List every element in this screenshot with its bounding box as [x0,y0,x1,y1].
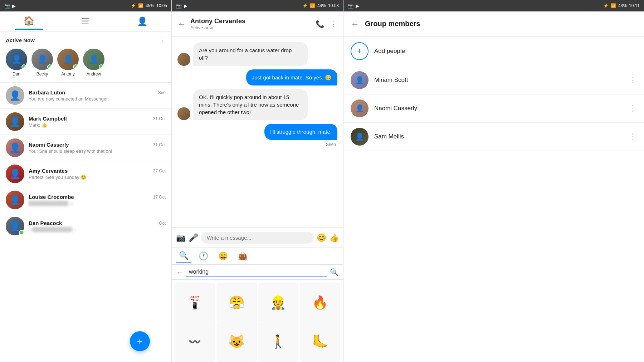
active-now-more[interactable]: ⋮ [158,36,166,44]
sticker-tab-bag[interactable]: 👜 [235,250,250,262]
status-bar-middle: 📷 ▶ ⚡ 📶 44% 10:08 [172,0,343,11]
chat-more-icon[interactable]: ⋮ [330,20,337,28]
msg-bubble-2: Just got back in mate. So yes. 😊 [246,69,337,85]
conv-item-mark[interactable]: 👤 Mark Campbell 31 Oct Mark: 👍 [0,109,171,135]
avatar-circle-antony: 👤 [57,49,79,70]
conv-name-row-louise: Louise Crocombe 17 Oct [29,194,166,200]
conv-name-row-mark: Mark Campbell 31 Oct [29,116,166,122]
member-avatar-miriam: 👤 [351,71,369,89]
sticker-feet[interactable]: 🦶 [300,322,340,362]
avatar-sam-icon: 👤 [355,132,364,141]
avatar-image-andrew: 👤 [89,55,99,64]
conv-avatar-louise: 👤 [6,191,24,209]
member-more-miriam[interactable]: ⋮ [629,75,637,85]
bluetooth-mid: ⚡ [302,3,308,8]
sticker-back-button[interactable]: ← [176,268,183,277]
wifi-right: 📶 [611,3,616,8]
avatar-name-antony: Antony [61,72,74,77]
group-members-title: Group members [365,20,420,28]
member-more-naomi-r[interactable]: ⋮ [629,104,637,113]
conv-name-mark: Mark Campbell [29,116,67,122]
sticker-feet-emoji: 🦶 [312,334,328,349]
conv-item-amy[interactable]: 👤 Amy Cervantes 27 Oct Perfect. See you … [0,161,171,187]
sticker-tab-search[interactable]: 🔍 [176,250,191,263]
thumb-up-icon[interactable]: 👍 [329,233,339,243]
right-panel: 📷 ▶ ⚡ 📶 43% 10:11 ← Group members + Add … [343,0,644,362]
member-name-miriam: Miriam Scott [374,77,623,84]
msg-row-2: Just got back in mate. So yes. 😊 [177,69,337,85]
nav-home[interactable]: 🏠 [15,13,43,30]
emoji-icon[interactable]: 😊 [317,233,326,243]
sticker-cant-talk[interactable]: CAN'TTALK 📱 [175,283,215,323]
conv-time-barbara: Sun [158,90,166,95]
sticker-walk[interactable]: 🚶 [258,322,299,362]
msg-avatar-antony-3 [177,107,190,120]
conv-info-mark: Mark Campbell 31 Oct Mark: 👍 [29,116,166,128]
avatar-dan[interactable]: 👤 Dan [6,49,27,77]
avatar-dan-p-icon: 👤 [9,221,21,232]
member-avatar-naomi-r: 👤 [351,99,369,117]
left-panel: 📷 ▶ ⚡ 📶 45% 10:05 🏠 ☰ 👤 Active Now ⋮ 👤 [0,0,172,362]
avatar-antony[interactable]: 👤 Antony [57,49,79,77]
conv-item-naomi[interactable]: 👤 Naomi Casserly 31 Oct You: She should … [0,135,171,161]
right-back-button[interactable]: ← [351,19,359,29]
status-right-right: ⚡ 📶 43% 10:11 [603,3,640,8]
nav-bar: 🏠 ☰ 👤 [0,11,171,31]
wifi-icon: 📶 [138,3,143,8]
msg-bubble-4: I'll struggle through, mate. [264,124,337,140]
chat-phone-icon[interactable]: 📞 [316,20,325,28]
active-avatars-row: 👤 Dan 👤 Becky 👤 Antony 👤 Andrew [0,47,171,83]
avatar-name-andrew: Andrew [87,72,101,77]
conv-item-barbara[interactable]: 👤 Barbara Luton Sun You are now connecte… [0,83,171,109]
camera-icon[interactable]: 📷 [176,233,186,243]
message-input[interactable] [201,232,314,244]
sticker-tab-emoji[interactable]: 😄 [215,250,231,262]
sticker-worker[interactable]: 👷 [258,283,299,323]
chat-contact-status: Active now [190,25,311,30]
compose-fab[interactable]: + [130,331,150,351]
member-row-naomi-r[interactable]: 👤 Naomi Casserly ⋮ [343,94,644,123]
chat-back-button[interactable]: ← [177,19,186,29]
nav-menu[interactable]: ☰ [73,14,98,29]
status-mid-left: 📷 ▶ [176,3,187,9]
conv-time-mark: 31 Oct [153,116,166,121]
member-row-sam[interactable]: 👤 Sam Mellis ⋮ [343,123,644,151]
msg-input-area: 📷 🎤 😊 👍 [172,228,343,248]
photo-icon-right: 📷 [348,3,353,9]
sticker-worker-emoji: 👷 [270,295,286,310]
avatar-louise-icon: 👤 [9,195,21,206]
sticker-tab-recent[interactable]: 🕐 [196,250,211,262]
conv-name-dan-peacock: Dan Peacock [29,220,62,226]
add-people-row[interactable]: + Add people [343,36,644,66]
sticker-cant-talk-label: CAN'TTALK 📱 [190,295,200,310]
conv-item-dan-peacock[interactable]: 👤 Dan Peacock Oct M████████████ e [0,213,171,239]
avatar-image-dan: 👤 [12,55,21,64]
msg-row-3: OK. I'll quickly pop around in about 15 … [177,89,337,120]
member-row-miriam[interactable]: 👤 Miriam Scott ⋮ [343,66,644,94]
avatar-name-becky: Becky [36,72,48,77]
sticker-chaos[interactable]: 🔥 [300,283,340,323]
conv-time-dan-peacock: Oct [159,221,166,226]
sticker-stressed[interactable]: 😤 [216,283,257,323]
sticker-search-icon[interactable]: 🔍 [330,268,339,277]
conv-item-louise[interactable]: 👤 Louise Crocombe 17 Oct ████████████ al [0,187,171,213]
online-dot-andrew [99,64,104,69]
online-dot-dan-peacock [19,230,24,235]
nav-profile[interactable]: 👤 [128,14,156,29]
sticker-wave[interactable]: 〰️ [175,322,215,362]
mic-icon[interactable]: 🎤 [189,233,198,243]
avatar-andrew[interactable]: 👤 Andrew [83,49,104,77]
avatar-becky[interactable]: 👤 Becky [31,49,53,77]
chat-header-info: Antony Cervantes Active now [190,18,311,30]
member-more-sam[interactable]: ⋮ [629,132,637,141]
conv-preview-louise: ████████████ al [29,201,166,206]
add-plus-icon: + [357,47,362,56]
sticker-search-input[interactable] [186,267,327,277]
conv-time-amy: 27 Oct [153,168,166,173]
conv-avatar-barbara: 👤 [6,86,24,105]
member-name-naomi-r: Naomi Casserly [374,105,623,112]
add-people-label: Add people [374,48,405,55]
sticker-cat[interactable]: 😺 [216,322,257,362]
conv-name-row-amy: Amy Cervantes 27 Oct [29,168,166,174]
conv-info-dan-peacock: Dan Peacock Oct M████████████ e [29,220,166,232]
